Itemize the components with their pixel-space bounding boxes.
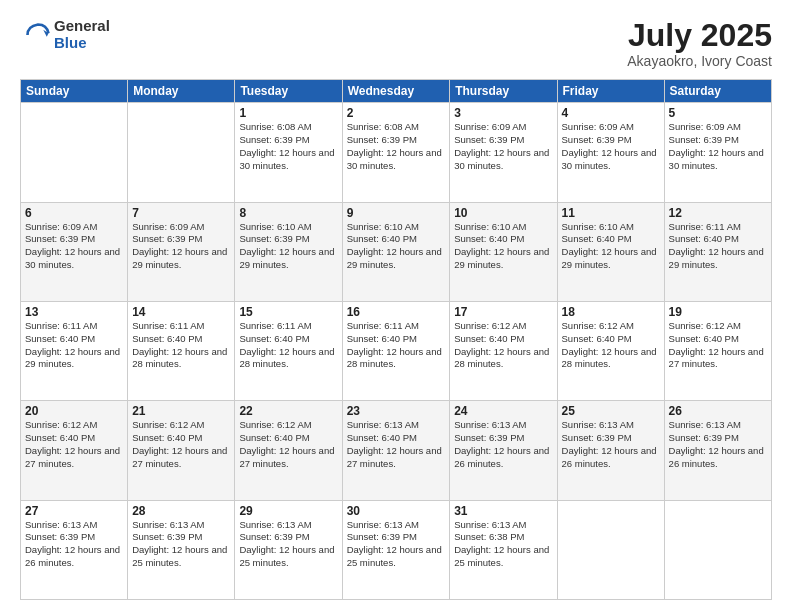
logo: General Blue (20, 18, 110, 51)
calendar-cell-5-2: 28Sunrise: 6:13 AM Sunset: 6:39 PM Dayli… (128, 500, 235, 599)
cell-info: Sunrise: 6:09 AM Sunset: 6:39 PM Dayligh… (25, 221, 123, 272)
cell-info: Sunrise: 6:11 AM Sunset: 6:40 PM Dayligh… (669, 221, 767, 272)
cell-day-number: 19 (669, 305, 767, 319)
cell-day-number: 24 (454, 404, 552, 418)
cell-info: Sunrise: 6:12 AM Sunset: 6:40 PM Dayligh… (454, 320, 552, 371)
calendar-cell-3-5: 17Sunrise: 6:12 AM Sunset: 6:40 PM Dayli… (450, 301, 557, 400)
col-thursday: Thursday (450, 80, 557, 103)
calendar-cell-2-4: 9Sunrise: 6:10 AM Sunset: 6:40 PM Daylig… (342, 202, 450, 301)
cell-day-number: 1 (239, 106, 337, 120)
logo-blue: Blue (54, 35, 110, 52)
cell-info: Sunrise: 6:09 AM Sunset: 6:39 PM Dayligh… (132, 221, 230, 272)
col-sunday: Sunday (21, 80, 128, 103)
cell-info: Sunrise: 6:13 AM Sunset: 6:39 PM Dayligh… (132, 519, 230, 570)
cell-day-number: 20 (25, 404, 123, 418)
cell-day-number: 13 (25, 305, 123, 319)
calendar-cell-5-5: 31Sunrise: 6:13 AM Sunset: 6:38 PM Dayli… (450, 500, 557, 599)
cell-day-number: 30 (347, 504, 446, 518)
calendar-cell-1-4: 2Sunrise: 6:08 AM Sunset: 6:39 PM Daylig… (342, 103, 450, 202)
cell-day-number: 25 (562, 404, 660, 418)
calendar-cell-3-6: 18Sunrise: 6:12 AM Sunset: 6:40 PM Dayli… (557, 301, 664, 400)
cell-info: Sunrise: 6:13 AM Sunset: 6:39 PM Dayligh… (239, 519, 337, 570)
col-tuesday: Tuesday (235, 80, 342, 103)
cell-info: Sunrise: 6:11 AM Sunset: 6:40 PM Dayligh… (239, 320, 337, 371)
calendar-cell-2-2: 7Sunrise: 6:09 AM Sunset: 6:39 PM Daylig… (128, 202, 235, 301)
calendar-week-3: 13Sunrise: 6:11 AM Sunset: 6:40 PM Dayli… (21, 301, 772, 400)
calendar-table: Sunday Monday Tuesday Wednesday Thursday… (20, 79, 772, 600)
month-title: July 2025 (627, 18, 772, 53)
calendar-week-2: 6Sunrise: 6:09 AM Sunset: 6:39 PM Daylig… (21, 202, 772, 301)
calendar-cell-3-1: 13Sunrise: 6:11 AM Sunset: 6:40 PM Dayli… (21, 301, 128, 400)
cell-day-number: 6 (25, 206, 123, 220)
cell-info: Sunrise: 6:11 AM Sunset: 6:40 PM Dayligh… (132, 320, 230, 371)
col-wednesday: Wednesday (342, 80, 450, 103)
cell-day-number: 7 (132, 206, 230, 220)
cell-info: Sunrise: 6:11 AM Sunset: 6:40 PM Dayligh… (25, 320, 123, 371)
calendar-cell-5-1: 27Sunrise: 6:13 AM Sunset: 6:39 PM Dayli… (21, 500, 128, 599)
cell-day-number: 5 (669, 106, 767, 120)
calendar-cell-4-4: 23Sunrise: 6:13 AM Sunset: 6:40 PM Dayli… (342, 401, 450, 500)
cell-day-number: 18 (562, 305, 660, 319)
cell-info: Sunrise: 6:12 AM Sunset: 6:40 PM Dayligh… (132, 419, 230, 470)
cell-info: Sunrise: 6:12 AM Sunset: 6:40 PM Dayligh… (25, 419, 123, 470)
calendar-cell-2-7: 12Sunrise: 6:11 AM Sunset: 6:40 PM Dayli… (664, 202, 771, 301)
location-title: Akayaokro, Ivory Coast (627, 53, 772, 69)
cell-day-number: 21 (132, 404, 230, 418)
page-header: General Blue July 2025 Akayaokro, Ivory … (20, 18, 772, 69)
calendar-header-row: Sunday Monday Tuesday Wednesday Thursday… (21, 80, 772, 103)
cell-day-number: 11 (562, 206, 660, 220)
calendar-cell-5-4: 30Sunrise: 6:13 AM Sunset: 6:39 PM Dayli… (342, 500, 450, 599)
cell-day-number: 4 (562, 106, 660, 120)
cell-info: Sunrise: 6:10 AM Sunset: 6:40 PM Dayligh… (454, 221, 552, 272)
cell-day-number: 14 (132, 305, 230, 319)
logo-general: General (54, 18, 110, 35)
cell-day-number: 9 (347, 206, 446, 220)
cell-day-number: 26 (669, 404, 767, 418)
calendar-cell-4-1: 20Sunrise: 6:12 AM Sunset: 6:40 PM Dayli… (21, 401, 128, 500)
calendar-cell-3-4: 16Sunrise: 6:11 AM Sunset: 6:40 PM Dayli… (342, 301, 450, 400)
cell-day-number: 31 (454, 504, 552, 518)
cell-day-number: 17 (454, 305, 552, 319)
calendar-week-4: 20Sunrise: 6:12 AM Sunset: 6:40 PM Dayli… (21, 401, 772, 500)
cell-day-number: 3 (454, 106, 552, 120)
cell-info: Sunrise: 6:13 AM Sunset: 6:39 PM Dayligh… (25, 519, 123, 570)
calendar-cell-1-7: 5Sunrise: 6:09 AM Sunset: 6:39 PM Daylig… (664, 103, 771, 202)
cell-info: Sunrise: 6:10 AM Sunset: 6:40 PM Dayligh… (562, 221, 660, 272)
calendar-cell-1-2 (128, 103, 235, 202)
calendar-cell-4-2: 21Sunrise: 6:12 AM Sunset: 6:40 PM Dayli… (128, 401, 235, 500)
logo-text: General Blue (54, 18, 110, 51)
calendar-cell-4-7: 26Sunrise: 6:13 AM Sunset: 6:39 PM Dayli… (664, 401, 771, 500)
cell-info: Sunrise: 6:09 AM Sunset: 6:39 PM Dayligh… (669, 121, 767, 172)
calendar-cell-2-3: 8Sunrise: 6:10 AM Sunset: 6:39 PM Daylig… (235, 202, 342, 301)
calendar-cell-1-5: 3Sunrise: 6:09 AM Sunset: 6:39 PM Daylig… (450, 103, 557, 202)
cell-day-number: 15 (239, 305, 337, 319)
calendar-cell-4-3: 22Sunrise: 6:12 AM Sunset: 6:40 PM Dayli… (235, 401, 342, 500)
calendar-cell-5-6 (557, 500, 664, 599)
calendar-cell-4-6: 25Sunrise: 6:13 AM Sunset: 6:39 PM Dayli… (557, 401, 664, 500)
cell-day-number: 2 (347, 106, 446, 120)
cell-info: Sunrise: 6:11 AM Sunset: 6:40 PM Dayligh… (347, 320, 446, 371)
cell-info: Sunrise: 6:13 AM Sunset: 6:39 PM Dayligh… (454, 419, 552, 470)
cell-day-number: 29 (239, 504, 337, 518)
calendar-week-5: 27Sunrise: 6:13 AM Sunset: 6:39 PM Dayli… (21, 500, 772, 599)
logo-icon (24, 21, 52, 49)
cell-info: Sunrise: 6:10 AM Sunset: 6:39 PM Dayligh… (239, 221, 337, 272)
calendar-cell-3-2: 14Sunrise: 6:11 AM Sunset: 6:40 PM Dayli… (128, 301, 235, 400)
calendar-cell-1-6: 4Sunrise: 6:09 AM Sunset: 6:39 PM Daylig… (557, 103, 664, 202)
cell-day-number: 8 (239, 206, 337, 220)
calendar-cell-2-1: 6Sunrise: 6:09 AM Sunset: 6:39 PM Daylig… (21, 202, 128, 301)
calendar-cell-5-3: 29Sunrise: 6:13 AM Sunset: 6:39 PM Dayli… (235, 500, 342, 599)
calendar-cell-3-7: 19Sunrise: 6:12 AM Sunset: 6:40 PM Dayli… (664, 301, 771, 400)
cell-day-number: 28 (132, 504, 230, 518)
cell-day-number: 12 (669, 206, 767, 220)
cell-info: Sunrise: 6:13 AM Sunset: 6:39 PM Dayligh… (669, 419, 767, 470)
cell-day-number: 22 (239, 404, 337, 418)
cell-day-number: 16 (347, 305, 446, 319)
cell-info: Sunrise: 6:09 AM Sunset: 6:39 PM Dayligh… (562, 121, 660, 172)
cell-info: Sunrise: 6:13 AM Sunset: 6:39 PM Dayligh… (562, 419, 660, 470)
cell-info: Sunrise: 6:09 AM Sunset: 6:39 PM Dayligh… (454, 121, 552, 172)
cell-info: Sunrise: 6:13 AM Sunset: 6:40 PM Dayligh… (347, 419, 446, 470)
cell-info: Sunrise: 6:10 AM Sunset: 6:40 PM Dayligh… (347, 221, 446, 272)
cell-info: Sunrise: 6:13 AM Sunset: 6:39 PM Dayligh… (347, 519, 446, 570)
calendar-cell-5-7 (664, 500, 771, 599)
